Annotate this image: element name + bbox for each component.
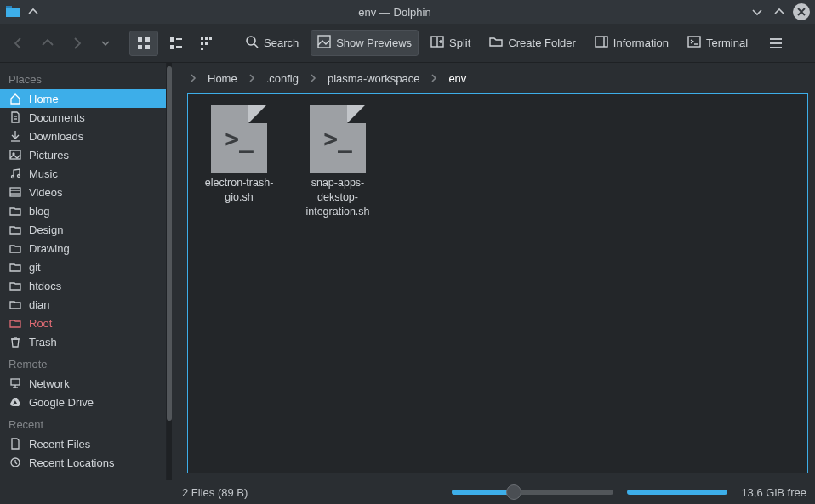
- back-button[interactable]: [9, 33, 29, 54]
- folder-icon: [9, 223, 22, 236]
- svg-rect-9: [176, 38, 182, 40]
- sidebar-item-downloads[interactable]: Downloads: [0, 127, 166, 145]
- information-icon: [595, 35, 608, 51]
- search-button[interactable]: Search: [238, 30, 305, 56]
- sidebar-item-trash[interactable]: Trash: [0, 332, 166, 351]
- sidebar-item-label: Google Drive: [29, 396, 94, 409]
- sidebar-item-dian[interactable]: dian: [0, 295, 166, 314]
- sidebar-item-label: Root: [29, 317, 52, 330]
- sidebar-item-drawing[interactable]: Drawing: [0, 239, 166, 258]
- sidebar-item-home[interactable]: Home: [0, 89, 166, 108]
- terminal-label: Terminal: [706, 37, 748, 49]
- music-icon: [9, 167, 22, 180]
- svg-rect-13: [205, 37, 208, 40]
- toolbar: Search Show Previews Split Create Folder…: [0, 24, 815, 63]
- crumb-home[interactable]: Home: [202, 70, 242, 88]
- svg-rect-4: [138, 37, 142, 42]
- svg-rect-17: [201, 48, 203, 50]
- keep-above-icon[interactable]: [26, 4, 41, 20]
- sidebar-item-htdocs[interactable]: htdocs: [0, 276, 166, 295]
- information-button[interactable]: Information: [588, 30, 675, 56]
- sidebar-item-root[interactable]: Root: [0, 314, 166, 332]
- folder-icon: [9, 316, 22, 330]
- folder-icon: [9, 279, 22, 292]
- documents-icon: [9, 110, 22, 124]
- sidebar-item-documents[interactable]: Documents: [0, 108, 166, 127]
- section-remote-title: Remote: [0, 351, 166, 374]
- sidebar-item-network[interactable]: Network: [0, 374, 166, 393]
- view-compact-button[interactable]: [163, 31, 189, 56]
- search-label: Search: [264, 37, 299, 49]
- svg-point-39: [18, 175, 20, 178]
- svg-rect-10: [170, 45, 174, 49]
- zoom-slider[interactable]: [452, 490, 613, 495]
- recent-locations-icon: [9, 456, 22, 469]
- svg-line-19: [254, 44, 258, 48]
- sidebar-item-blog[interactable]: blog: [0, 201, 166, 220]
- sidebar-item-recent-locations[interactable]: Recent Locations: [0, 453, 166, 472]
- svg-rect-12: [201, 37, 203, 40]
- show-previews-label: Show Previews: [336, 37, 412, 49]
- zoom-slider-handle[interactable]: [506, 484, 521, 500]
- sidebar-item-label: Network: [29, 377, 70, 390]
- script-file-icon: >_: [211, 105, 267, 173]
- sidebar-item-label: Trash: [29, 336, 57, 348]
- split-label: Split: [449, 37, 470, 49]
- window-title: env — Dolphin: [46, 6, 744, 19]
- crumb-plasma-workspace[interactable]: plasma-workspace: [322, 70, 425, 88]
- chevron-right-icon: [187, 74, 199, 82]
- view-icons-button[interactable]: [129, 31, 158, 56]
- show-previews-button[interactable]: Show Previews: [311, 30, 419, 56]
- create-folder-button[interactable]: Create Folder: [482, 30, 582, 56]
- sidebar-item-label: Pictures: [29, 149, 69, 161]
- sidebar-item-design[interactable]: Design: [0, 220, 166, 239]
- menu-button[interactable]: [763, 31, 789, 56]
- close-button[interactable]: [793, 3, 810, 20]
- file-label: electron-trash-gio.sh: [205, 176, 274, 205]
- svg-rect-11: [176, 46, 182, 48]
- sidebar-item-label: Documents: [29, 111, 85, 124]
- sidebar-item-music[interactable]: Music: [0, 164, 166, 183]
- disk-free-label: 13,6 GiB free: [741, 486, 806, 499]
- sidebar-item-label: Design: [29, 224, 63, 236]
- pictures-icon: [9, 148, 22, 161]
- sidebar-item-label: git: [29, 261, 41, 274]
- file-item[interactable]: >_ snap-apps-dekstop-integration.sh: [288, 105, 387, 219]
- sidebar-item-label: dian: [29, 298, 50, 311]
- crumb-config[interactable]: .config: [261, 70, 304, 88]
- sidebar-item-label: Downloads: [29, 130, 83, 143]
- folder-icon: [9, 297, 22, 311]
- sidebar-item-pictures[interactable]: Pictures: [0, 145, 166, 164]
- maximize-button[interactable]: [771, 3, 788, 20]
- file-item[interactable]: >_ electron-trash-gio.sh: [190, 105, 288, 219]
- svg-rect-25: [596, 37, 607, 47]
- previews-icon: [317, 35, 331, 51]
- trash-icon: [9, 335, 22, 348]
- forward-button[interactable]: [66, 33, 87, 54]
- sidebar-item-videos[interactable]: Videos: [0, 183, 166, 201]
- svg-rect-45: [11, 379, 20, 385]
- sidebar-item-google-drive[interactable]: Google Drive: [0, 393, 166, 411]
- chevron-right-icon: [246, 74, 258, 82]
- file-area[interactable]: >_ electron-trash-gio.sh >_ snap-apps-de…: [187, 93, 808, 473]
- section-places-title: Places: [0, 66, 166, 89]
- sidebar-item-recent-files[interactable]: Recent Files: [0, 434, 166, 453]
- information-label: Information: [613, 37, 669, 49]
- minimize-button[interactable]: [749, 3, 766, 20]
- up-button[interactable]: [37, 33, 58, 54]
- view-details-button[interactable]: [194, 31, 219, 56]
- crumb-env[interactable]: env: [443, 70, 471, 88]
- sidebar-item-label: Music: [29, 167, 58, 180]
- sidebar-item-label: blog: [29, 205, 50, 218]
- nav-history-dropdown[interactable]: [95, 33, 116, 54]
- terminal-icon: [687, 35, 701, 51]
- sidebar-item-git[interactable]: git: [0, 258, 166, 276]
- terminal-button[interactable]: Terminal: [681, 30, 755, 56]
- sidebar-item-label: Recent Files: [29, 438, 90, 450]
- split-button[interactable]: Split: [424, 30, 477, 56]
- disk-usage-bar[interactable]: [627, 490, 727, 495]
- zoom-slider-fill: [452, 490, 513, 495]
- status-text: 2 Files (89 B): [182, 486, 248, 499]
- file-label: snap-apps-dekstop-integration.sh: [305, 176, 369, 219]
- sidebar-item-label: Drawing: [29, 242, 70, 255]
